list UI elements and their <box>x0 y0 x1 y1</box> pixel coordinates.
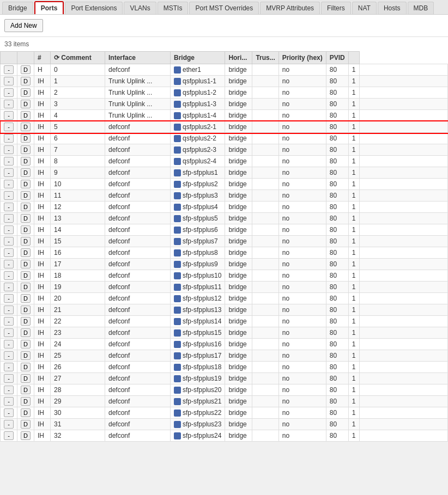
row-minus[interactable]: - <box>1 384 17 396</box>
row-minus[interactable]: - <box>1 407 17 419</box>
row-d[interactable]: D <box>17 87 34 99</box>
table-row[interactable]: -DIH29defconfsfp-sfpplus21bridgeno801 <box>1 396 448 407</box>
table-row[interactable]: -DIH9defconfsfp-sfpplus1bridgeno801 <box>1 167 448 179</box>
d-button[interactable]: D <box>21 111 31 120</box>
row-minus[interactable]: - <box>1 362 17 373</box>
row-minus[interactable]: - <box>1 179 17 190</box>
row-d[interactable]: D <box>17 304 34 316</box>
row-minus[interactable]: - <box>1 144 17 156</box>
minus-button[interactable]: - <box>4 100 14 108</box>
d-button[interactable]: D <box>21 157 31 166</box>
tab-bridge[interactable]: Bridge <box>2 2 33 14</box>
table-row[interactable]: -DIH19defconfsfp-sfpplus11bridgeno801 <box>1 282 448 293</box>
row-d[interactable]: D <box>17 110 34 121</box>
minus-button[interactable]: - <box>4 180 14 188</box>
d-button[interactable]: D <box>21 397 31 406</box>
table-row[interactable]: -DIH2Trunk Uplink ...qsfpplus1-2bridgeno… <box>1 87 448 99</box>
row-d[interactable]: D <box>17 419 34 430</box>
row-minus[interactable]: - <box>1 156 17 167</box>
minus-button[interactable]: - <box>4 283 14 291</box>
row-minus[interactable]: - <box>1 64 17 76</box>
table-row[interactable]: -DIH14defconfsfp-sfpplus6bridgeno801 <box>1 224 448 236</box>
d-button[interactable]: D <box>21 88 31 97</box>
d-button[interactable]: D <box>21 191 31 200</box>
d-button[interactable]: D <box>21 77 31 85</box>
minus-button[interactable]: - <box>4 145 14 154</box>
row-minus[interactable]: - <box>1 396 17 407</box>
d-button[interactable]: D <box>21 145 31 154</box>
minus-button[interactable]: - <box>4 374 14 383</box>
row-minus[interactable]: - <box>1 99 17 110</box>
minus-button[interactable]: - <box>4 386 14 394</box>
d-button[interactable]: D <box>21 363 31 371</box>
row-d[interactable]: D <box>17 179 34 190</box>
row-d[interactable]: D <box>17 339 34 350</box>
tab-mvrp-attributes[interactable]: MVRP Attributes <box>260 2 320 14</box>
minus-button[interactable]: - <box>4 431 14 440</box>
table-row[interactable]: -DH0defconfether1bridgeno801 <box>1 64 448 76</box>
row-d[interactable]: D <box>17 201 34 213</box>
row-minus[interactable]: - <box>1 419 17 430</box>
table-row[interactable]: -DIH7defconfqsfpplus2-3bridgeno801 <box>1 144 448 156</box>
d-button[interactable]: D <box>21 248 31 257</box>
row-d[interactable]: D <box>17 156 34 167</box>
minus-button[interactable]: - <box>4 134 14 143</box>
minus-button[interactable]: - <box>4 203 14 211</box>
table-row[interactable]: -DIH30defconfsfp-sfpplus22bridgeno801 <box>1 407 448 419</box>
row-d[interactable]: D <box>17 270 34 282</box>
row-minus[interactable]: - <box>1 87 17 99</box>
d-button[interactable]: D <box>21 283 31 291</box>
row-minus[interactable]: - <box>1 327 17 339</box>
table-row[interactable]: -DIH31defconfsfp-sfpplus23bridgeno801 <box>1 419 448 430</box>
minus-button[interactable]: - <box>4 363 14 371</box>
row-d[interactable]: D <box>17 121 34 133</box>
row-d[interactable]: D <box>17 144 34 156</box>
minus-button[interactable]: - <box>4 77 14 85</box>
minus-button[interactable]: - <box>4 397 14 406</box>
row-minus[interactable]: - <box>1 76 17 87</box>
row-minus[interactable]: - <box>1 133 17 144</box>
table-row[interactable]: -DIH27defconfsfp-sfpplus19bridgeno801 <box>1 373 448 384</box>
row-minus[interactable]: - <box>1 167 17 179</box>
table-row[interactable]: -DIH8defconfqsfpplus2-4bridgeno801 <box>1 156 448 167</box>
d-button[interactable]: D <box>21 168 31 177</box>
minus-button[interactable]: - <box>4 294 14 303</box>
d-button[interactable]: D <box>21 100 31 108</box>
row-d[interactable]: D <box>17 224 34 236</box>
d-button[interactable]: D <box>21 328 31 337</box>
d-button[interactable]: D <box>21 123 31 131</box>
row-d[interactable]: D <box>17 236 34 247</box>
row-d[interactable]: D <box>17 99 34 110</box>
minus-button[interactable]: - <box>4 317 14 326</box>
tab-port-extensions[interactable]: Port Extensions <box>65 2 123 14</box>
row-d[interactable]: D <box>17 213 34 224</box>
row-minus[interactable]: - <box>1 201 17 213</box>
d-button[interactable]: D <box>21 134 31 143</box>
tab-vlans[interactable]: VLANs <box>124 2 156 14</box>
d-button[interactable]: D <box>21 340 31 349</box>
table-row[interactable]: -DIH16defconfsfp-sfpplus8bridgeno801 <box>1 247 448 259</box>
table-row[interactable]: -DIH13defconfsfp-sfpplus5bridgeno801 <box>1 213 448 224</box>
minus-button[interactable]: - <box>4 351 14 360</box>
row-minus[interactable]: - <box>1 270 17 282</box>
row-minus[interactable]: - <box>1 350 17 362</box>
d-button[interactable]: D <box>21 180 31 188</box>
d-button[interactable]: D <box>21 203 31 211</box>
d-button[interactable]: D <box>21 260 31 268</box>
row-minus[interactable]: - <box>1 190 17 201</box>
tab-port-mst-overrides[interactable]: Port MST Overrides <box>189 2 259 14</box>
d-button[interactable]: D <box>21 225 31 234</box>
tab-nat[interactable]: NAT <box>352 2 377 14</box>
row-d[interactable]: D <box>17 316 34 327</box>
row-d[interactable]: D <box>17 64 34 76</box>
table-row[interactable]: -DIH18defconfsfp-sfpplus10bridgeno801 <box>1 270 448 282</box>
row-d[interactable]: D <box>17 293 34 304</box>
row-d[interactable]: D <box>17 259 34 270</box>
row-d[interactable]: D <box>17 167 34 179</box>
row-d[interactable]: D <box>17 350 34 362</box>
row-minus[interactable]: - <box>1 316 17 327</box>
minus-button[interactable]: - <box>4 260 14 268</box>
row-minus[interactable]: - <box>1 373 17 384</box>
row-d[interactable]: D <box>17 247 34 259</box>
d-button[interactable]: D <box>21 374 31 383</box>
